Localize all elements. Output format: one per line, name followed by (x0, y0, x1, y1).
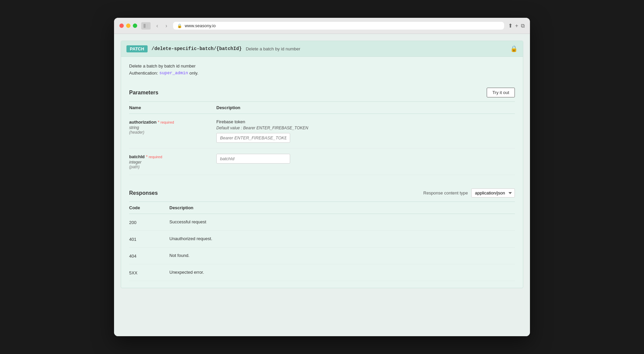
traffic-light-yellow[interactable] (126, 24, 130, 28)
svg-rect-1 (146, 24, 148, 28)
response-code-404: 404 (129, 253, 169, 259)
col-name-header: Name (129, 105, 216, 110)
param-row-authorization: authorization * required string (header)… (129, 114, 515, 148)
required-label-batchid: required (149, 155, 162, 159)
required-label-authorization: required (161, 120, 174, 124)
forward-button[interactable]: › (164, 22, 169, 30)
share-icon[interactable]: ⬆ (508, 23, 513, 29)
batchid-input[interactable] (216, 154, 290, 164)
back-button[interactable]: ‹ (155, 22, 160, 30)
auth-role: super_admin (159, 71, 188, 76)
sidebar-toggle[interactable] (141, 22, 151, 30)
traffic-lights (119, 24, 137, 28)
traffic-light-red[interactable] (119, 24, 124, 28)
auth-suffix: only. (190, 71, 199, 76)
param-type-batchid: integer (129, 160, 216, 165)
param-default-authorization: Default value : Bearer ENTER_FIREBASE_TO… (216, 126, 515, 130)
content-type-container: Response content type application/json (423, 188, 515, 197)
responses-section: Responses Response content type applicat… (129, 183, 515, 281)
response-desc-5xx: Unexpected error. (169, 270, 515, 275)
browser-chrome: ‹ › 🔒 www.seasony.io ⬆ + ⧉ (114, 18, 530, 34)
response-desc-200: Successful request (169, 219, 515, 224)
response-code-401: 401 (129, 236, 169, 242)
try-it-button[interactable]: Try it out (487, 88, 515, 97)
param-name-batchid: batchId (129, 154, 145, 159)
param-row-batchid: batchId * required integer (path) (129, 148, 515, 175)
response-row-200: 200 Successful request (129, 214, 515, 231)
traffic-light-green[interactable] (133, 24, 137, 28)
browser-actions: ⬆ + ⧉ (508, 23, 525, 29)
param-location-authorization: (header) (129, 130, 216, 135)
response-desc-404: Not found. (169, 253, 515, 258)
api-body: Delete a batch by batch id number Authen… (121, 57, 523, 288)
params-table-header: Name Description (129, 102, 515, 114)
api-header: PATCH /delete-specific-batch/{batchId} D… (121, 41, 523, 57)
tabs-icon[interactable]: ⧉ (521, 23, 525, 29)
param-type-authorization: string (129, 125, 216, 130)
parameters-table: Name Description authorization * require… (129, 102, 515, 175)
col-code-header: Code (129, 205, 169, 210)
param-name-col-authorization: authorization * required string (header) (129, 119, 216, 143)
auth-label: Authentication: (129, 71, 158, 76)
content-type-label: Response content type (423, 190, 468, 195)
new-tab-icon[interactable]: + (515, 23, 518, 29)
response-row-5xx: 5XX Unexpected error. (129, 264, 515, 281)
content-type-select[interactable]: application/json (471, 188, 515, 197)
responses-header: Responses Response content type applicat… (129, 183, 515, 202)
api-panel: PATCH /delete-specific-batch/{batchId} D… (121, 41, 523, 288)
param-name-col-batchid: batchId * required integer (path) (129, 154, 216, 169)
browser-content: PATCH /delete-specific-batch/{batchId} D… (114, 34, 530, 336)
response-code-5xx: 5XX (129, 270, 169, 275)
col-desc-header: Description (216, 105, 515, 110)
col-desc-header-resp: Description (169, 205, 515, 210)
responses-table-header: Code Description (129, 202, 515, 214)
auth-line: Authentication: super_admin only. (129, 71, 515, 76)
browser-window: ‹ › 🔒 www.seasony.io ⬆ + ⧉ PATCH /delete… (114, 18, 530, 336)
security-icon: 🔒 (177, 24, 182, 28)
param-desc-col-batchid (216, 154, 515, 169)
address-bar[interactable]: 🔒 www.seasony.io (173, 22, 504, 30)
param-location-batchid: (path) (129, 165, 216, 169)
url-text: www.seasony.io (185, 23, 216, 28)
required-star-authorization: * (158, 120, 161, 125)
response-row-404: 404 Not found. (129, 248, 515, 264)
param-desc-col-authorization: Firebase token Default value : Bearer EN… (216, 119, 515, 143)
authorization-input[interactable] (216, 133, 290, 143)
responses-title: Responses (129, 190, 158, 196)
api-description: Delete a batch by batch id number (129, 63, 515, 69)
parameters-section-header: Parameters Try it out (129, 82, 515, 102)
api-summary: Delete a batch by id number (246, 46, 301, 51)
svg-rect-0 (144, 24, 146, 28)
response-row-401: 401 Unauthorized request. (129, 231, 515, 248)
param-name-authorization: authorization (129, 120, 157, 125)
method-badge: PATCH (126, 45, 148, 52)
response-desc-401: Unauthorized request. (169, 236, 515, 241)
required-star-batchid: * (146, 154, 149, 159)
param-desc-authorization: Firebase token (216, 119, 515, 124)
lock-icon: 🔒 (510, 45, 518, 52)
api-path: /delete-specific-batch/{batchId} (152, 46, 242, 51)
response-code-200: 200 (129, 219, 169, 225)
parameters-title: Parameters (129, 90, 158, 96)
